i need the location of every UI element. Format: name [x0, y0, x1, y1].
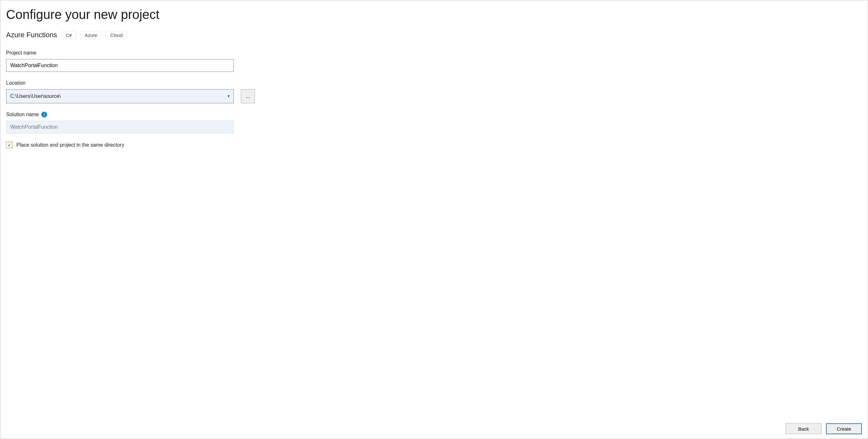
project-name-label: Project name — [6, 50, 862, 56]
project-template-row: Azure Functions C# Azure Cloud — [6, 31, 862, 39]
same-directory-row: Place solution and project in the same d… — [6, 142, 862, 148]
project-name-field: Project name — [6, 50, 862, 72]
solution-name-label: Solution name i — [6, 112, 862, 117]
same-directory-checkbox[interactable] — [6, 142, 12, 148]
chevron-down-icon: ▼ — [226, 95, 231, 98]
tag-azure: Azure — [81, 31, 101, 39]
tag-csharp: C# — [62, 31, 76, 39]
solution-name-field: Solution name i — [6, 112, 862, 134]
browse-location-button[interactable]: ... — [241, 89, 255, 103]
back-button[interactable]: Back — [785, 423, 822, 434]
solution-name-label-text: Solution name — [6, 112, 39, 117]
location-label: Location — [6, 80, 862, 86]
template-name: Azure Functions — [6, 31, 57, 39]
solution-name-input — [6, 121, 234, 134]
configure-project-dialog: Configure your new project Azure Functio… — [0, 0, 868, 439]
create-button[interactable]: Create — [826, 423, 862, 434]
location-field: Location C:\Users\User\source\ ▼ ... — [6, 80, 862, 103]
page-title: Configure your new project — [6, 7, 862, 22]
info-icon: i — [41, 112, 47, 117]
location-value: C:\Users\User\source\ — [10, 93, 226, 99]
location-combo[interactable]: C:\Users\User\source\ ▼ — [6, 89, 234, 103]
project-name-input[interactable] — [6, 59, 234, 72]
same-directory-label: Place solution and project in the same d… — [17, 142, 124, 148]
dialog-footer: Back Create — [785, 423, 862, 434]
tag-cloud: Cloud — [106, 31, 127, 39]
